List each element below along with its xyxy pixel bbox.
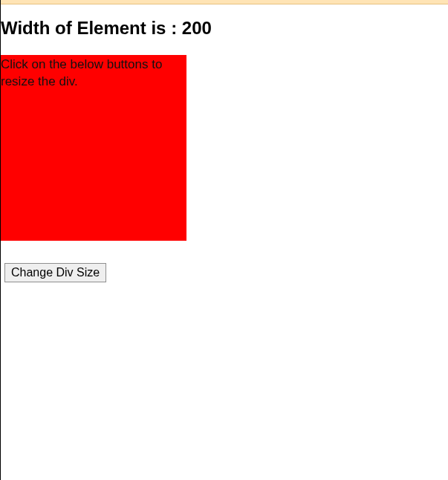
page-content: Width of Element is : 200 Click on the b… <box>1 18 448 282</box>
width-label-prefix: Width of Element is : <box>1 18 182 38</box>
change-div-size-button[interactable]: Change Div Size <box>4 263 106 282</box>
width-value: 200 <box>182 18 212 38</box>
resizable-div: Click on the below buttons to resize the… <box>1 55 186 241</box>
top-accent-bar <box>1 0 448 4</box>
width-heading: Width of Element is : 200 <box>1 18 448 39</box>
resizable-div-text: Click on the below buttons to resize the… <box>1 56 186 91</box>
